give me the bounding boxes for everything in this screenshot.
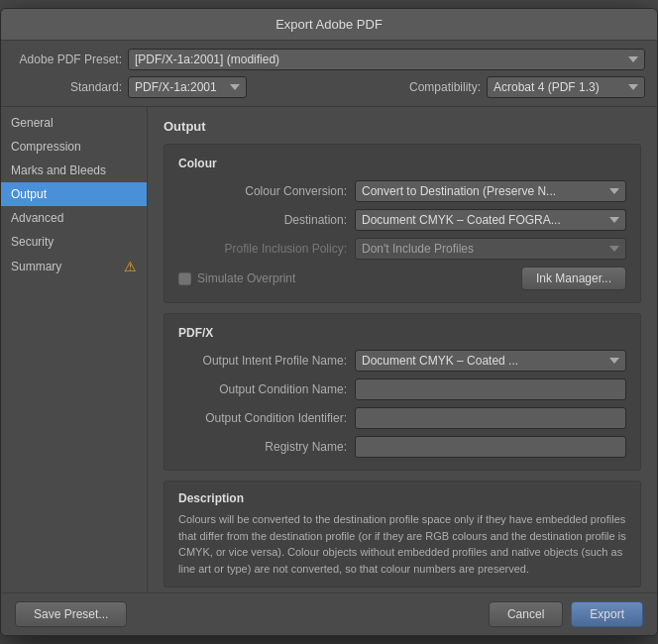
export-button[interactable]: Export (571, 601, 643, 627)
colour-section: Colour Colour Conversion: Convert to Des… (164, 144, 641, 303)
compatibility-select[interactable]: Acrobat 4 (PDF 1.3) (487, 76, 645, 98)
title-bar: Export Adobe PDF (1, 9, 657, 41)
colour-conversion-row: Colour Conversion: Convert to Destinatio… (178, 180, 626, 202)
output-condition-name-input[interactable] (355, 378, 626, 400)
bottom-bar: Save Preset... Cancel Export (1, 592, 657, 635)
simulate-overprint-label: Simulate Overprint (197, 271, 295, 285)
sidebar: General Compression Marks and Bleeds Out… (1, 107, 148, 592)
dialog-title: Export Adobe PDF (275, 17, 383, 32)
sidebar-item-security[interactable]: Security (1, 230, 147, 254)
sidebar-item-compression[interactable]: Compression (1, 135, 147, 159)
ink-manager-button[interactable]: Ink Manager... (521, 267, 626, 290)
top-bar: Adobe PDF Preset: [PDF/X-1a:2001] (modif… (1, 41, 657, 107)
main-content: General Compression Marks and Bleeds Out… (1, 107, 657, 592)
registry-name-row: Registry Name: (178, 436, 626, 458)
save-preset-button[interactable]: Save Preset... (15, 601, 127, 627)
colour-conversion-label: Colour Conversion: (178, 184, 347, 198)
right-buttons: Cancel Export (489, 601, 643, 627)
output-condition-id-row: Output Condition Identifier: (178, 407, 626, 429)
profile-inclusion-label: Profile Inclusion Policy: (178, 242, 347, 256)
output-condition-id-input[interactable] (355, 407, 626, 429)
registry-name-input[interactable] (355, 436, 626, 458)
preset-select[interactable]: [PDF/X-1a:2001] (modified) (128, 49, 645, 70)
standard-label: Standard: (13, 80, 122, 94)
panel-title: Output (164, 119, 641, 134)
description-text: Colours will be converted to the destina… (178, 511, 626, 577)
output-intent-row: Output Intent Profile Name: Document CMY… (178, 350, 626, 372)
output-condition-name-label: Output Condition Name: (178, 382, 347, 396)
pdfx-section-title: PDF/X (178, 326, 626, 340)
description-title: Description (178, 491, 626, 505)
description-section: Description Colours will be converted to… (164, 481, 641, 588)
standard-select[interactable]: PDF/X-1a:2001 (128, 76, 247, 98)
colour-conversion-select[interactable]: Convert to Destination (Preserve N... (355, 180, 626, 202)
cancel-button[interactable]: Cancel (489, 601, 563, 627)
output-intent-select[interactable]: Document CMYK – Coated ... (355, 350, 626, 372)
destination-row: Destination: Document CMYK – Coated FOGR… (178, 209, 626, 231)
pdfx-section: PDF/X Output Intent Profile Name: Docume… (164, 313, 641, 471)
preset-label: Adobe PDF Preset: (13, 53, 122, 66)
simulate-overprint-checkbox-row: Simulate Overprint (178, 268, 295, 289)
output-condition-name-row: Output Condition Name: (178, 378, 626, 400)
colour-section-title: Colour (178, 157, 626, 170)
sidebar-item-advanced[interactable]: Advanced (1, 206, 147, 230)
sidebar-item-general[interactable]: General (1, 111, 147, 135)
summary-warning-icon: ⚠ (124, 259, 137, 274)
profile-inclusion-select[interactable]: Don't Include Profiles (355, 238, 626, 260)
registry-name-label: Registry Name: (178, 440, 347, 454)
destination-label: Destination: (178, 213, 347, 227)
output-intent-label: Output Intent Profile Name: (178, 354, 347, 368)
simulate-overprint-row: Simulate Overprint Ink Manager... (178, 267, 626, 290)
sidebar-item-output[interactable]: Output (1, 182, 147, 206)
output-panel: Output Colour Colour Conversion: Convert… (148, 107, 657, 592)
compatibility-label: Compatibility: (372, 80, 481, 94)
profile-inclusion-row: Profile Inclusion Policy: Don't Include … (178, 238, 626, 260)
export-pdf-dialog: Export Adobe PDF Adobe PDF Preset: [PDF/… (0, 8, 658, 636)
output-condition-id-label: Output Condition Identifier: (178, 411, 347, 425)
sidebar-item-summary[interactable]: Summary ⚠ (1, 254, 147, 279)
sidebar-item-marks-bleeds[interactable]: Marks and Bleeds (1, 159, 147, 182)
simulate-overprint-checkbox[interactable] (178, 272, 191, 285)
destination-select[interactable]: Document CMYK – Coated FOGRA... (355, 209, 626, 231)
